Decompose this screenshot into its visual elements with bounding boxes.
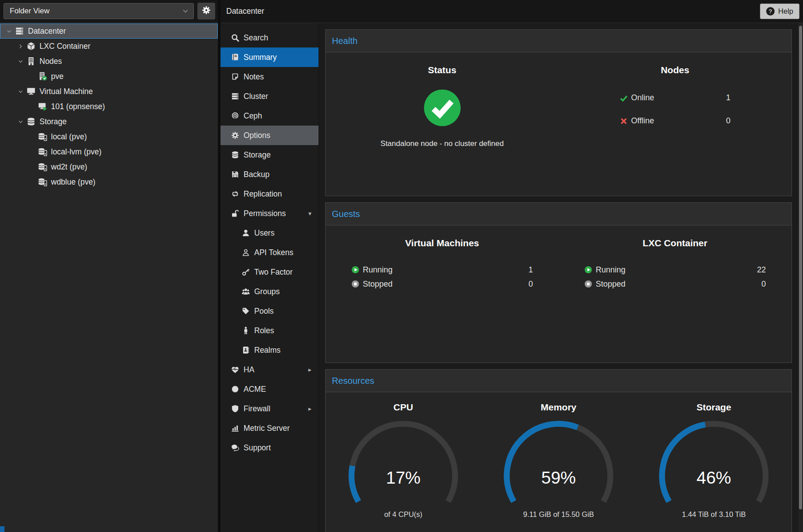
search-icon <box>229 33 241 42</box>
caret-down-icon[interactable] <box>15 118 26 126</box>
menu-item-label: Search <box>244 33 268 43</box>
tree-item-datacenter[interactable]: Datacenter <box>0 24 218 39</box>
play-circle-icon <box>584 266 592 274</box>
lxc-stopped-value: 0 <box>761 280 766 289</box>
menu-item-options[interactable]: Options <box>220 126 319 145</box>
caret-right-icon[interactable] <box>15 43 26 50</box>
help-button[interactable]: ? Help <box>760 4 799 19</box>
status-column: Status Standalone node - no cluster defi… <box>326 52 559 196</box>
menu-item-cluster[interactable]: Cluster <box>220 87 319 106</box>
menu-item-acme[interactable]: ACME <box>220 379 319 399</box>
memory-percent: 59% <box>496 468 621 488</box>
caret-down-icon[interactable] <box>15 58 26 65</box>
tree-item-storage[interactable]: Storage <box>0 114 218 129</box>
menu-item-groups[interactable]: Groups <box>220 282 319 301</box>
user-o-icon <box>240 248 252 257</box>
book-icon <box>229 53 241 62</box>
view-selector[interactable]: Folder View <box>4 3 194 19</box>
tree-item-label: local (pve) <box>51 132 87 142</box>
tree-item-wdblue-pve[interactable]: wdblue (pve) <box>0 174 218 189</box>
tree-item-local-lvm-pve[interactable]: local-lvm (pve) <box>0 144 218 159</box>
address-book-icon <box>240 346 252 355</box>
right-region: Datacenter ? Help SearchSummaryNotesClus… <box>220 0 803 532</box>
database-drive-icon <box>37 132 48 141</box>
status-message: Standalone node - no cluster defined <box>326 139 559 148</box>
topbar: Datacenter ? Help <box>220 0 803 23</box>
cpu-column: CPU 17% of 4 CPU(s) <box>326 392 481 519</box>
status-heading: Status <box>326 65 559 75</box>
tree-item-virtual-machine[interactable]: Virtual Machine <box>0 84 218 99</box>
storage-percent: 46% <box>652 468 776 488</box>
offline-label: Offline <box>631 116 654 126</box>
resources-panel-header: Resources <box>326 370 791 392</box>
menu-item-label: Roles <box>254 326 274 335</box>
tree-item-101-opnsense[interactable]: 101 (opnsense) <box>0 99 218 114</box>
menu-item-support[interactable]: Support <box>220 438 319 457</box>
building-check-icon <box>37 72 48 81</box>
menu-item-ceph[interactable]: Ceph <box>220 106 319 126</box>
scrollbar-thumb[interactable] <box>799 26 802 509</box>
tree-settings-button[interactable] <box>197 3 215 20</box>
online-value: 1 <box>726 93 730 102</box>
menu-item-api-tokens[interactable]: API Tokens <box>220 243 319 262</box>
menu-item-storage[interactable]: Storage <box>220 145 319 165</box>
virtual-machines-column: Virtual Machines Running 1 Stopped <box>326 225 559 363</box>
monitor-play-icon <box>37 102 48 111</box>
server-stack-icon <box>229 92 241 101</box>
menu-item-ha[interactable]: HA▸ <box>220 360 319 379</box>
menu-item-pools[interactable]: Pools <box>220 301 319 321</box>
tree-item-local-pve[interactable]: local (pve) <box>0 129 218 144</box>
menu-item-label: Replication <box>244 189 282 199</box>
cpu-heading: CPU <box>326 402 481 413</box>
caret-down-icon[interactable] <box>4 28 14 35</box>
offline-value: 0 <box>726 116 730 126</box>
tag-icon <box>240 307 252 315</box>
stop-circle-icon <box>584 280 592 288</box>
heartbeat-icon <box>229 365 241 374</box>
online-label: Online <box>631 93 654 102</box>
health-panel-title: Health <box>332 36 358 46</box>
vm-stopped-value: 0 <box>528 280 533 289</box>
health-panel-header: Health <box>326 30 791 52</box>
tree-item-label: Datacenter <box>28 27 66 36</box>
status-ok-icon <box>423 89 461 127</box>
guests-panel: Guests Virtual Machines Running 1 <box>325 202 792 363</box>
menu-item-label: Pools <box>254 307 274 316</box>
caret-down-icon[interactable] <box>15 88 26 95</box>
menu-item-replication[interactable]: Replication <box>220 184 319 204</box>
content-scrollbar[interactable] <box>798 23 803 532</box>
menu-item-realms[interactable]: Realms <box>220 340 319 360</box>
menu-item-label: Permissions <box>244 209 286 218</box>
menu-item-search[interactable]: Search <box>220 28 319 47</box>
menu-item-roles[interactable]: Roles <box>220 321 319 340</box>
question-icon: ? <box>766 7 775 16</box>
ceph-icon <box>229 111 241 120</box>
submenu-expanded-icon: ▾ <box>308 210 311 217</box>
tree-item-nodes[interactable]: Nodes <box>0 54 218 69</box>
menu-item-summary[interactable]: Summary <box>220 47 319 67</box>
menu-item-firewall[interactable]: Firewall▸ <box>220 399 319 418</box>
menu-item-permissions[interactable]: Permissions▾ <box>220 204 319 223</box>
menu-item-label: Summary <box>244 53 277 62</box>
chart-icon <box>229 424 241 433</box>
database-drive-icon <box>37 147 48 156</box>
submenu-collapsed-icon: ▸ <box>308 366 311 373</box>
play-circle-icon <box>351 266 359 274</box>
tree-item-wd2t-pve[interactable]: wd2t (pve) <box>0 159 218 174</box>
memory-heading: Memory <box>481 402 636 413</box>
tree-item-pve[interactable]: pve <box>0 69 218 84</box>
check-icon <box>620 94 628 102</box>
nodes-heading: Nodes <box>559 65 791 75</box>
menu-item-users[interactable]: Users <box>220 223 319 243</box>
menu-item-notes[interactable]: Notes <box>220 67 319 87</box>
tree-item-label: 101 (opnsense) <box>51 102 105 111</box>
note-icon <box>229 72 241 81</box>
tree-item-lxc-container[interactable]: LXC Container <box>0 39 218 54</box>
menu-item-metric-server[interactable]: Metric Server <box>220 418 319 438</box>
menu-item-two-factor[interactable]: Two Factor <box>220 262 319 282</box>
tree-item-label: Storage <box>39 117 67 126</box>
unlock-icon <box>229 209 241 218</box>
menu-item-backup[interactable]: Backup <box>220 165 319 184</box>
nodes-offline-row: Offline 0 <box>620 114 731 128</box>
summary-content: Health Status Standalone node - no clust… <box>319 23 798 532</box>
